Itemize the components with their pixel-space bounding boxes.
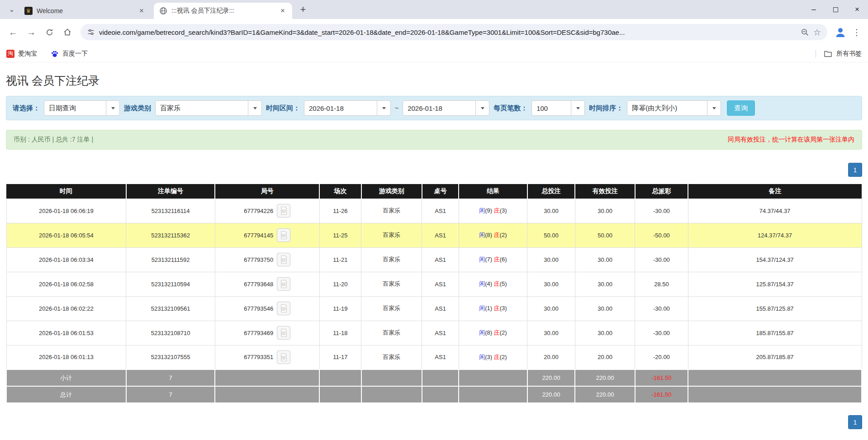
sort-label: 时间排序：	[589, 104, 623, 113]
reload-button[interactable]	[41, 24, 58, 40]
cell-game-kind: 百家乐	[361, 296, 422, 321]
zoom-out-icon[interactable]	[801, 28, 809, 37]
per-page-select[interactable]: 100	[531, 100, 585, 116]
tab-welcome[interactable]: ♛ Welcome ×	[19, 3, 151, 19]
chevron-down-icon	[707, 101, 721, 115]
home-button[interactable]	[59, 24, 76, 40]
subtotal-count: 7	[126, 369, 215, 386]
subtotal-total-bet: 220.00	[527, 369, 575, 386]
cell-time: 2026-01-18 06:06:19	[6, 199, 126, 223]
header-note: 备注	[688, 184, 862, 199]
bookmark-star-icon[interactable]: ☆	[813, 27, 821, 38]
round-id-text: 677793750	[244, 256, 273, 263]
game-kind-value: 百家乐	[156, 104, 248, 113]
subtotal-row: 小计 7 220.00 220.00 -161.50	[6, 369, 862, 386]
home-icon	[63, 28, 72, 37]
browser-toolbar: ← → videoie.com/game/betrecord_search/ki…	[0, 19, 868, 45]
profile-avatar[interactable]	[832, 24, 849, 40]
total-label: 总计	[6, 386, 126, 403]
cell-table-no: AS1	[422, 321, 459, 345]
close-icon[interactable]: ×	[138, 6, 146, 15]
chevron-down-icon	[475, 101, 489, 115]
video-replay-button[interactable]	[277, 277, 290, 291]
url-bar[interactable]: videoie.com/game/betrecord_search/kind3?…	[81, 24, 827, 40]
query-type-select[interactable]: 日期查询	[44, 100, 120, 116]
close-icon[interactable]: ×	[279, 6, 287, 15]
table-row: 2026-01-18 06:02:22 523132109561 6777935…	[6, 296, 862, 321]
cell-valid-bet: 30.00	[575, 296, 635, 321]
cell-bet-id: 523132115362	[126, 223, 215, 247]
video-replay-button[interactable]	[277, 253, 290, 266]
round-id-text: 677793546	[244, 305, 273, 312]
table-row: 2026-01-18 06:06:19 523132116114 6777942…	[6, 199, 862, 223]
cell-total-bet: 30.00	[527, 199, 575, 223]
cell-bet-id: 523132111592	[126, 247, 215, 272]
cell-session: 11-17	[319, 345, 361, 369]
date-start-input[interactable]: 2026-01-18	[304, 100, 391, 116]
tab-strip: ⌄ ♛ Welcome × :::视讯 会员下注纪录::: × + – ×	[0, 0, 868, 19]
cell-time: 2026-01-18 06:03:34	[6, 247, 126, 272]
total-valid-bet: 220.00	[575, 386, 635, 403]
cell-table-no: AS1	[422, 272, 459, 296]
video-replay-button[interactable]	[277, 350, 290, 364]
tab-betrecord[interactable]: :::视讯 会员下注纪录::: ×	[154, 3, 292, 19]
subtotal-label: 小计	[6, 369, 126, 386]
cell-game-kind: 百家乐	[361, 345, 422, 369]
video-replay-button[interactable]	[277, 302, 290, 315]
cell-result: 闲(4) 庄(5)	[459, 272, 527, 296]
browser-menu-icon[interactable]: ⋮	[850, 27, 863, 38]
cell-note: 185.87/155.87	[688, 321, 862, 345]
all-bookmarks[interactable]: 所有书签	[816, 50, 862, 58]
header-payout: 总派彩	[635, 184, 688, 199]
cell-table-no: AS1	[422, 223, 459, 247]
forward-button[interactable]: →	[23, 24, 40, 40]
sort-select[interactable]: 降幂(由大到小)	[627, 100, 721, 116]
globe-icon	[159, 7, 167, 15]
cell-note: 125.87/154.37	[688, 272, 862, 296]
date-end-input[interactable]: 2026-01-18	[403, 100, 489, 116]
video-replay-button[interactable]	[277, 228, 290, 242]
cell-total-bet: 30.00	[527, 247, 575, 272]
cell-total-bet: 50.00	[527, 223, 575, 247]
url-text: videoie.com/game/betrecord_search/kind3?…	[99, 28, 797, 36]
select-type-label: 请选择：	[13, 104, 40, 113]
chevron-down-icon: ⌄	[9, 5, 15, 14]
cell-bet-id: 523132116114	[126, 199, 215, 223]
game-kind-select[interactable]: 百家乐	[155, 100, 262, 116]
search-button[interactable]: 查询	[727, 100, 755, 116]
cell-table-no: AS1	[422, 296, 459, 321]
header-table-no: 桌号	[422, 184, 459, 199]
cell-note: 205.87/185.87	[688, 345, 862, 369]
cell-result: 闲(9) 庄(3)	[459, 199, 527, 223]
table-summary: 小计 7 220.00 220.00 -161.50 总计 7 220.00 2…	[6, 369, 862, 403]
back-button[interactable]: ←	[5, 24, 22, 40]
sort-value: 降幂(由大到小)	[627, 104, 707, 113]
page-content: 视讯 会员下注纪录 请选择： 日期查询 游戏类别 百家乐 时间区间： 2026-…	[0, 73, 868, 429]
page-1-button[interactable]: 1	[848, 163, 862, 177]
pagination-top: 1	[6, 163, 862, 177]
close-window-button[interactable]: ×	[846, 0, 868, 19]
pagination-bottom: 1	[6, 415, 862, 429]
tab-search-button[interactable]: ⌄	[5, 3, 18, 16]
cell-game-kind: 百家乐	[361, 199, 422, 223]
total-payout: -161.50	[635, 386, 688, 403]
video-replay-button[interactable]	[277, 326, 290, 340]
header-bet-id: 注单编号	[126, 184, 215, 199]
maximize-button[interactable]	[825, 0, 846, 19]
avatar-icon	[835, 26, 846, 38]
bookmark-taobao[interactable]: 淘 爱淘宝	[6, 50, 37, 58]
date-start-value: 2026-01-18	[304, 104, 377, 112]
video-replay-button[interactable]	[277, 204, 290, 218]
date-separator: ~	[395, 104, 398, 112]
site-settings-icon[interactable]	[87, 28, 95, 36]
minimize-button[interactable]: –	[803, 0, 825, 19]
header-session: 场次	[319, 184, 361, 199]
subtotal-valid-bet: 220.00	[575, 369, 635, 386]
header-valid-bet: 有效投注	[575, 184, 635, 199]
page-1-button[interactable]: 1	[848, 415, 862, 429]
total-total-bet: 220.00	[527, 386, 575, 403]
cell-bet-id: 523132107555	[126, 345, 215, 369]
new-tab-button[interactable]: +	[297, 3, 309, 16]
bookmark-baidu[interactable]: 百度一下	[51, 50, 88, 58]
cell-valid-bet: 20.00	[575, 345, 635, 369]
